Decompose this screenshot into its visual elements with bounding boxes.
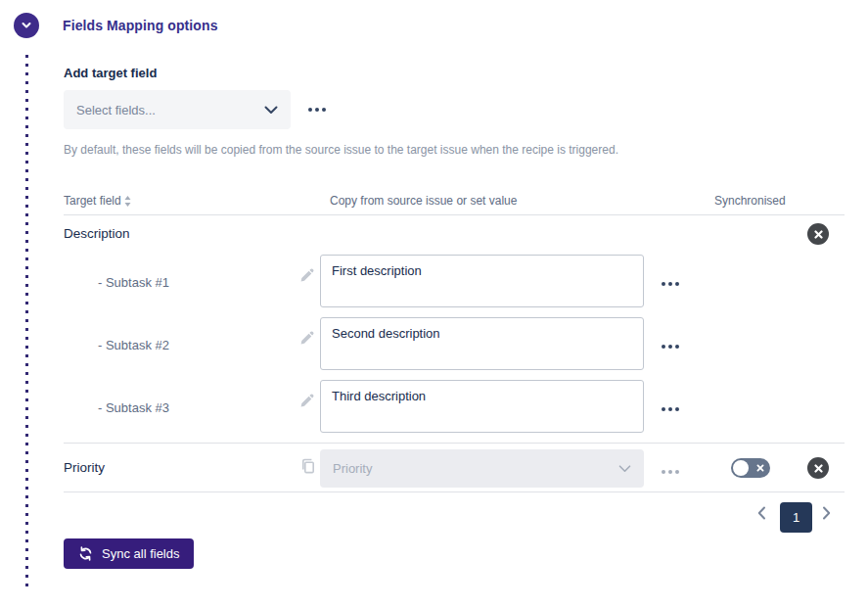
pencil-icon [299, 267, 315, 287]
ellipsis-icon [662, 470, 665, 474]
add-field-more-options-button[interactable] [304, 104, 330, 116]
ellipsis-icon [662, 345, 665, 349]
table-header-row: Target field Copy from source issue or s… [64, 192, 845, 215]
subtask-mapping-row: - Subtask #3 Third description [64, 380, 845, 443]
priority-select-placeholder: Priority [333, 461, 372, 476]
add-field-select[interactable]: Select fields... [64, 90, 291, 129]
remove-field-button[interactable] [807, 457, 829, 479]
remove-field-button[interactable] [807, 223, 829, 245]
ellipsis-icon [308, 108, 312, 112]
sync-icon [78, 546, 93, 561]
chevron-right-icon [822, 506, 831, 520]
fields-mapping-panel: Fields Mapping options Add target field … [0, 0, 868, 608]
page-title: Fields Mapping options [63, 18, 218, 33]
field-group-row-priority: Priority Priority [64, 443, 845, 492]
section-content: Add target field Select fields... By def… [64, 61, 845, 569]
next-page-button[interactable] [820, 504, 833, 522]
row-more-options-button[interactable] [658, 278, 683, 290]
row-more-options-button[interactable] [658, 341, 683, 352]
priority-value-select[interactable]: Priority [320, 449, 644, 488]
subtask-value-textarea[interactable]: Second description [320, 317, 644, 370]
sync-all-fields-button[interactable]: Sync all fields [64, 538, 194, 569]
column-header-target-field[interactable]: Target field [64, 194, 131, 208]
help-text: By default, these fields will be copied … [64, 143, 845, 157]
chevron-down-icon [264, 106, 278, 115]
chevron-left-icon [757, 506, 766, 520]
subtask-value-textarea[interactable]: Third description [320, 380, 644, 433]
page-number-button[interactable]: 1 [780, 502, 812, 533]
chevron-down-icon [618, 465, 631, 473]
synchronised-toggle[interactable] [731, 458, 770, 478]
pagination: 1 [64, 492, 845, 533]
add-target-field-label: Add target field [64, 66, 845, 80]
column-header-copy-value: Copy from source issue or set value [330, 194, 517, 208]
field-name-label: Description [64, 226, 130, 241]
toggle-knob [733, 460, 749, 476]
close-icon [814, 464, 823, 473]
pencil-icon [299, 393, 315, 412]
ellipsis-icon [662, 282, 665, 286]
section-guide-dotted-line [25, 55, 28, 588]
subtask-mapping-row: - Subtask #1 First description [64, 255, 845, 317]
collapse-section-button[interactable] [14, 13, 39, 38]
subtask-label: - Subtask #3 [98, 400, 169, 415]
ellipsis-icon [662, 407, 665, 411]
sort-icon [124, 196, 131, 207]
close-icon [814, 230, 823, 239]
row-more-options-button[interactable] [658, 403, 683, 415]
pencil-icon [299, 330, 315, 350]
copy-icon [300, 457, 316, 479]
column-header-synchronised: Synchronised [714, 194, 786, 208]
previous-page-button[interactable] [755, 504, 768, 522]
row-more-options-button[interactable] [658, 466, 683, 478]
sync-all-fields-label: Sync all fields [102, 546, 179, 561]
field-group-row-description: Description [64, 215, 845, 255]
subtask-mapping-row: - Subtask #2 Second description [64, 317, 845, 380]
subtask-value-textarea[interactable]: First description [320, 255, 644, 307]
subtask-label: - Subtask #1 [98, 275, 169, 290]
chevron-down-icon [21, 20, 32, 31]
toggle-off-x-icon [756, 464, 764, 472]
add-field-select-placeholder: Select fields... [76, 103, 156, 117]
subtask-label: - Subtask #2 [98, 338, 169, 352]
field-name-label: Priority [64, 460, 105, 475]
